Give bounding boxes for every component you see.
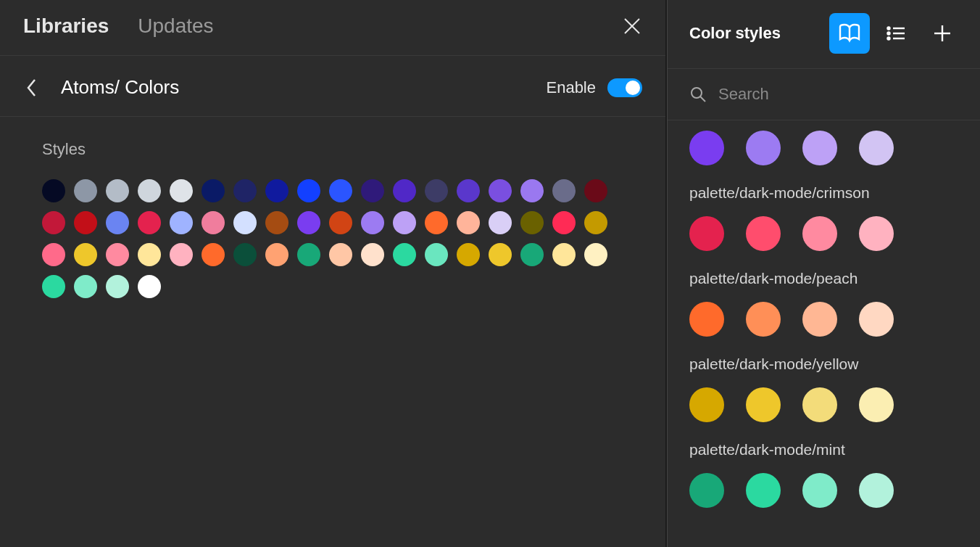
color-swatch[interactable] [689,302,724,337]
view-grid-button[interactable] [829,13,870,54]
close-button[interactable] [622,16,642,36]
style-swatch[interactable] [361,179,384,202]
style-swatch[interactable] [520,211,544,234]
style-swatch[interactable] [457,179,480,202]
enable-toggle[interactable] [607,78,642,97]
color-swatch[interactable] [746,302,781,337]
style-swatch[interactable] [552,211,576,234]
style-swatch[interactable] [202,179,225,202]
style-swatch[interactable] [138,179,161,202]
style-swatch[interactable] [265,243,288,266]
color-swatch[interactable] [802,387,837,422]
style-swatch[interactable] [265,179,288,202]
style-swatch[interactable] [106,211,129,234]
style-swatch[interactable] [297,211,320,234]
style-swatch[interactable] [170,179,193,202]
style-swatch[interactable] [297,243,320,266]
color-swatch[interactable] [689,216,724,251]
color-group: palette/dark-mode/yellow [689,355,958,422]
back-button[interactable] [23,79,41,96]
library-subheader: Atoms/ Colors Enable [0,56,665,117]
style-swatch[interactable] [138,243,161,266]
style-swatch[interactable] [393,179,416,202]
style-swatch[interactable] [457,211,480,234]
style-swatch[interactable] [584,243,607,266]
tab-libraries[interactable]: Libraries [23,15,109,38]
color-styles-body: palette/dark-mode/crimsonpalette/dark-mo… [668,120,980,547]
style-swatch[interactable] [42,275,65,298]
style-swatch[interactable] [584,211,607,234]
style-swatch[interactable] [552,243,576,266]
color-swatch[interactable] [859,473,894,508]
style-swatch[interactable] [489,179,512,202]
style-swatch[interactable] [170,243,193,266]
color-swatch[interactable] [859,131,894,165]
style-swatch[interactable] [329,179,352,202]
style-swatch[interactable] [329,211,352,234]
style-swatch[interactable] [202,211,225,234]
color-styles-actions [829,13,963,54]
style-swatch[interactable] [552,179,576,202]
style-swatch[interactable] [233,179,257,202]
color-swatch[interactable] [689,131,724,165]
style-swatch[interactable] [74,211,97,234]
color-swatch[interactable] [859,302,894,337]
style-swatch[interactable] [329,243,352,266]
style-swatch[interactable] [202,243,225,266]
color-group: palette/dark-mode/mint [689,441,958,508]
libraries-header: Libraries Updates [0,0,665,56]
color-swatch[interactable] [802,216,837,251]
style-swatch[interactable] [138,275,161,298]
style-swatch[interactable] [74,243,97,266]
style-swatch[interactable] [425,243,448,266]
style-swatch[interactable] [425,211,448,234]
style-swatch[interactable] [520,243,544,266]
color-swatch[interactable] [689,473,724,508]
svg-point-5 [888,33,890,35]
color-swatch[interactable] [689,387,724,422]
style-swatch[interactable] [233,211,257,234]
style-swatch[interactable] [138,211,161,234]
style-swatch[interactable] [265,211,288,234]
style-swatch[interactable] [425,179,448,202]
library-body: Styles [0,117,665,298]
style-swatch[interactable] [393,211,416,234]
color-swatch[interactable] [746,216,781,251]
style-swatch[interactable] [106,275,129,298]
add-style-button[interactable] [922,13,963,54]
style-swatch[interactable] [74,275,97,298]
style-swatch[interactable] [584,179,607,202]
style-swatch[interactable] [233,243,257,266]
style-swatch[interactable] [489,211,512,234]
style-swatch[interactable] [106,243,129,266]
search-input[interactable] [718,85,958,104]
color-swatch[interactable] [859,216,894,251]
tab-updates[interactable]: Updates [138,15,213,38]
color-swatch[interactable] [859,387,894,422]
chevron-left-icon [25,78,38,98]
style-swatch[interactable] [361,211,384,234]
style-swatch[interactable] [42,211,65,234]
style-swatch[interactable] [489,243,512,266]
style-swatch[interactable] [393,243,416,266]
style-swatch[interactable] [42,179,65,202]
view-list-button[interactable] [876,13,916,54]
style-swatch[interactable] [106,179,129,202]
search-row [668,69,980,120]
color-group-row [689,302,958,337]
color-swatch[interactable] [746,387,781,422]
style-swatch[interactable] [361,243,384,266]
style-swatch[interactable] [74,179,97,202]
color-swatch[interactable] [802,302,837,337]
color-swatch[interactable] [746,473,781,508]
color-swatch[interactable] [746,131,781,165]
style-swatch[interactable] [170,211,193,234]
style-swatch[interactable] [297,179,320,202]
style-swatch[interactable] [520,179,544,202]
style-swatch[interactable] [42,243,65,266]
color-swatch[interactable] [802,473,837,508]
color-swatch[interactable] [802,131,837,165]
style-swatch[interactable] [457,243,480,266]
color-group-label: palette/dark-mode/peach [689,270,958,287]
close-icon [623,17,641,36]
